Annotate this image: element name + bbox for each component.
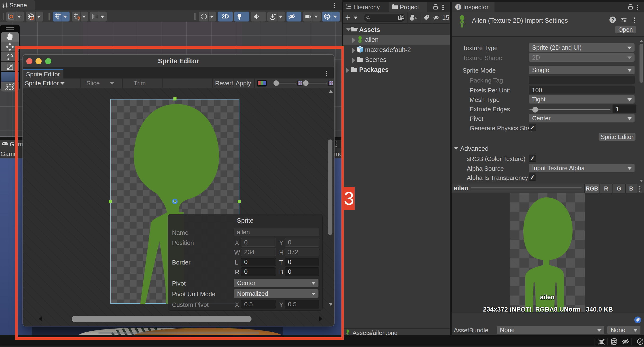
svg-text:Y: Y (57, 16, 59, 20)
